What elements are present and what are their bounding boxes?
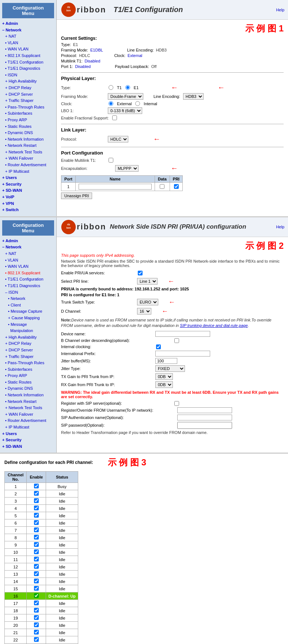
sidebar-item-subinterfaces[interactable]: • Subinterfaces: [2, 110, 54, 117]
sidebar-item-dhcp-server[interactable]: + DHCP Server: [2, 91, 54, 98]
fractional-checkbox[interactable]: [112, 115, 117, 120]
s2-network[interactable]: – Network: [2, 244, 54, 251]
sidebar-item-8021x[interactable]: • 802.1X Supplicant: [2, 53, 54, 59]
help-link1[interactable]: Help: [276, 8, 284, 12]
sidebar-item-traffic-shaper[interactable]: + Traffic Shaper: [2, 98, 54, 104]
sidebar-item-dynamic-dns[interactable]: • Dynamic DNS: [2, 130, 54, 136]
channel-enable-checkbox-17[interactable]: [34, 601, 39, 605]
channel-enable-checkbox-7[interactable]: [34, 527, 39, 532]
s2-security[interactable]: + Security: [2, 437, 54, 443]
sidebar-item-admin[interactable]: + Admin: [2, 20, 54, 27]
sidebar-item-vpn[interactable]: + VPN: [2, 201, 54, 207]
enable-pri-checkbox[interactable]: [138, 271, 143, 275]
channel-enable-checkbox-3[interactable]: [34, 498, 39, 503]
line-encoding-select[interactable]: HDB3 AMI: [183, 93, 204, 100]
channel-enable-checkbox-6[interactable]: [34, 520, 39, 525]
jitter-buffer-input[interactable]: [155, 358, 177, 364]
tx-gain-select[interactable]: 0DB 3DB 6DB: [155, 373, 173, 380]
channel-enable-checkbox-20[interactable]: [34, 622, 39, 627]
s2-t1e1-diag[interactable]: • T1/E1 Diagnostics: [2, 283, 54, 289]
sidebar-item-sd-wan[interactable]: + SD-WAN: [2, 187, 54, 194]
sidebar-item-vlan[interactable]: • VLAN: [2, 40, 54, 46]
b-channel-checkbox[interactable]: [174, 338, 179, 343]
channel-enable-checkbox-13[interactable]: [34, 571, 39, 576]
sidebar-item-wan-failover[interactable]: + WAN Failover: [2, 155, 54, 162]
channel-enable-checkbox-8[interactable]: [34, 535, 39, 540]
channel-enable-checkbox-19[interactable]: [34, 615, 39, 620]
sidebar-item-proxy-arp[interactable]: • Proxy ARP: [2, 117, 54, 123]
s2-ha[interactable]: + High Availability: [2, 334, 54, 341]
help-link2[interactable]: Help: [276, 225, 284, 229]
type-t1-radio[interactable]: [109, 85, 113, 90]
intl-prefix-input[interactable]: [155, 351, 210, 357]
s2-8021x[interactable]: • 802.1X Supplicant: [2, 270, 54, 277]
device-name-input[interactable]: [155, 331, 210, 337]
protocol-select[interactable]: HDLC PPP: [108, 136, 128, 142]
clock-external-radio[interactable]: [109, 101, 113, 106]
rx-gain-select[interactable]: 0DB 3DB 6DB: [155, 381, 173, 388]
sidebar-item-isdn[interactable]: • ISDN: [2, 72, 54, 79]
sidebar-item-passthrough[interactable]: • Pass-Through Rules: [2, 104, 54, 111]
pri-checkbox[interactable]: [174, 184, 179, 189]
channel-enable-checkbox-2[interactable]: [34, 491, 39, 496]
encapsulation-select[interactable]: MLPPP LFI: [115, 165, 139, 172]
s2-t1e1-config[interactable]: • T1/E1 Configuration: [2, 276, 54, 283]
s2-nat[interactable]: + NAT: [2, 251, 54, 257]
s2-net-test[interactable]: + Network Test Tools: [2, 405, 54, 411]
sidebar-item-net-info[interactable]: • Network Information: [2, 136, 54, 143]
s2-isdn-cause-mapping[interactable]: + Cause Mapping: [2, 315, 54, 321]
s2-admin[interactable]: + Admin: [2, 238, 54, 244]
sidebar-item-nat[interactable]: + NAT: [2, 33, 54, 40]
lbo-select[interactable]: 0-133 ft (6dB) 133-266 ft: [108, 107, 142, 114]
trunk-switch-select[interactable]: EURO NI2: [137, 299, 158, 305]
sidebar-item-router-adv[interactable]: • Router Advertisement: [2, 162, 54, 168]
sidebar-item-net-test[interactable]: + Network Test Tools: [2, 149, 54, 156]
s2-vlan[interactable]: • VLAN: [2, 257, 54, 264]
sidebar-item-dhcp-relay[interactable]: + DHCP Relay: [2, 85, 54, 91]
s2-subinterfaces[interactable]: • Subinterfaces: [2, 366, 54, 373]
channel-enable-checkbox-22[interactable]: [34, 637, 39, 642]
s2-isdn-msg-capture[interactable]: • Message Capture: [2, 308, 54, 315]
pri-line-select[interactable]: Line 1 Line 2: [137, 278, 158, 285]
s2-isdn-msg-manip[interactable]: • Message Manipulation: [2, 321, 54, 334]
channel-enable-checkbox-9[interactable]: [34, 542, 39, 547]
unassign-btn[interactable]: Unassign PRI: [61, 193, 92, 199]
s2-traffic-shaper[interactable]: + Traffic Shaper: [2, 354, 54, 360]
s2-dhcp-server[interactable]: + DHCP Server: [2, 347, 54, 354]
sidebar-item-static-routes[interactable]: • Static Routes: [2, 123, 54, 130]
channel-enable-checkbox-18[interactable]: [34, 608, 39, 613]
sidebar-item-ha[interactable]: + High Availability: [2, 78, 54, 85]
clock-internal-radio[interactable]: [135, 101, 140, 106]
sidebar-item-users[interactable]: + Users: [2, 175, 54, 181]
d-channel-select[interactable]: 16 1: [137, 308, 151, 315]
sip-auth-input[interactable]: [177, 415, 232, 420]
s2-isdn[interactable]: – ISDN: [2, 289, 54, 296]
framing-mode-select[interactable]: Double-Frame CRC4-Frame: [108, 93, 143, 100]
sidebar-item-wan-vlan[interactable]: • WAN VLAN: [2, 46, 54, 53]
data-checkbox[interactable]: [160, 184, 164, 189]
sidebar-item-t1e1-diag[interactable]: • T1/E1 Diagnostics: [2, 65, 54, 72]
channel-enable-checkbox-21[interactable]: [34, 630, 39, 635]
s2-dhcp-relay[interactable]: + DHCP Relay: [2, 340, 54, 347]
sidebar-item-network[interactable]: – Network: [2, 27, 54, 34]
channel-enable-checkbox-14[interactable]: [34, 579, 39, 583]
sidebar-item-t1e1-config[interactable]: • T1/E1 Configuration: [2, 59, 54, 66]
internal-clocking-checkbox[interactable]: [156, 344, 161, 349]
channel-enable-checkbox-4[interactable]: [34, 506, 39, 510]
sidebar-item-ip-multicast[interactable]: + IP Multicast: [2, 168, 54, 175]
s2-isdn-network[interactable]: • Network: [2, 296, 54, 302]
register-sip-checkbox[interactable]: [174, 401, 179, 406]
s2-proxy-arp[interactable]: • Proxy ARP: [2, 373, 54, 379]
port-name-input[interactable]: [79, 184, 152, 190]
channel-enable-checkbox-5[interactable]: [34, 513, 39, 518]
s2-passthrough[interactable]: • Pass-Through Rules: [2, 360, 54, 366]
channel-enable-checkbox-1[interactable]: [34, 484, 39, 488]
s2-static-routes[interactable]: • Static Routes: [2, 379, 54, 386]
s2-isdn-client[interactable]: • Client: [2, 302, 54, 309]
s2-net-info[interactable]: • Network Information: [2, 392, 54, 399]
s2-sd-wan[interactable]: + SD-WAN: [2, 443, 54, 450]
s2-dynamic-dns[interactable]: • Dynamic DNS: [2, 385, 54, 392]
jitter-type-select[interactable]: FIXED ADAPTIVE: [155, 365, 185, 372]
sidebar-item-net-restart[interactable]: • Network Restart: [2, 142, 54, 149]
sidebar-item-voip[interactable]: + VoIP: [2, 194, 54, 201]
